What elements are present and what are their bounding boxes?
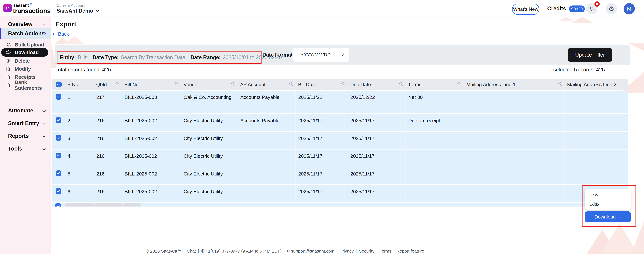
footer-item-chat[interactable]: Chat	[187, 249, 196, 253]
download-option-xlsx[interactable]: .xlsx	[590, 201, 600, 207]
footer-separator: |	[376, 249, 378, 253]
cell-bill-no: BILL-2025-002	[122, 132, 181, 149]
row-checkbox[interactable]	[56, 188, 61, 194]
sidebar-group-smart-entry[interactable]: Smart Entry	[0, 119, 51, 128]
sidebar-item-label: Delete	[15, 58, 30, 64]
brand-logo-icon[interactable]: tr	[3, 4, 12, 13]
search-icon[interactable]	[457, 81, 462, 87]
cell-bill-date: 2025/11/17	[296, 150, 348, 167]
sidebar-item-label: Bulk Upload	[15, 42, 44, 48]
row-select-cell	[52, 114, 65, 131]
table-row-partial	[52, 203, 628, 206]
sidebar-group-reports[interactable]: Reports	[0, 131, 51, 141]
cell-vendor: City Electric Utility	[181, 114, 238, 131]
edit-document-icon	[6, 66, 11, 72]
settings-button[interactable]: ⚙	[606, 3, 617, 15]
cell-qbid: 216	[94, 150, 122, 167]
sidebar-group-batch-actions[interactable]: Batch Actions	[0, 28, 51, 39]
cell-ap-account: Accounts Payable	[238, 91, 296, 113]
search-icon[interactable]	[558, 81, 562, 87]
sidebar-item-bank-statements[interactable]: Bank Statements	[0, 81, 51, 89]
user-avatar[interactable]: M	[624, 3, 635, 15]
cell-vendor: City Electric Utility	[181, 132, 238, 149]
cell-ap-account	[238, 132, 296, 149]
sidebar-item-modify[interactable]: Modify	[0, 65, 51, 73]
chevron-down-icon	[42, 109, 46, 112]
cell-mailing-address-line-2	[564, 150, 628, 167]
date-format-value: YYYY/MM/DD	[300, 52, 331, 58]
footer-item-support-saasant-com[interactable]: support@saasant.com	[291, 249, 334, 253]
footer-item-report-feature[interactable]: Report feature	[396, 249, 424, 253]
row-checkbox[interactable]	[56, 135, 61, 141]
column-header-terms: Terms	[406, 79, 464, 90]
sidebar-item-delete[interactable]: Delete	[0, 57, 51, 65]
cell-bill-date: 2025/11/17	[296, 132, 348, 149]
sidebar: Overview Batch Actions Bulk Upload Downl…	[0, 16, 51, 254]
row-checkbox[interactable]	[56, 94, 61, 100]
date-format-select[interactable]: YYYY/MM/DD	[292, 48, 349, 62]
footer-item-security[interactable]: Security	[359, 249, 374, 253]
table-row: 5216BILL-2025-002City Electric Utility20…	[52, 167, 628, 184]
cell-due-date: 2025/11/17	[348, 167, 406, 184]
download-button[interactable]: Download	[585, 211, 630, 222]
column-label: Bill No	[124, 82, 138, 87]
page-title: Export	[55, 20, 76, 28]
column-label: Vendor	[184, 82, 199, 87]
row-checkbox[interactable]	[56, 117, 61, 123]
cell-mailing-address-line-1	[464, 185, 564, 202]
search-icon[interactable]	[398, 81, 404, 87]
column-header-bill-date: Bill Date	[296, 79, 348, 90]
footer-separator: |	[284, 249, 284, 253]
trash-icon	[6, 58, 11, 64]
decor-triangle	[64, 36, 85, 44]
sidebar-group-label: Overview	[8, 21, 32, 27]
footer: © 2026 SaasAnt™|Chat|✆+1(619) 377-0977 (…	[146, 248, 424, 253]
cell-bill-date: 2025/11/22	[296, 91, 348, 113]
row-checkbox[interactable]	[56, 170, 61, 176]
download-option-csv[interactable]: .csv	[590, 192, 598, 198]
sidebar-group-tools[interactable]: Tools	[0, 144, 51, 153]
row-checkbox[interactable]	[56, 153, 61, 159]
table-row: 6216BILL-2025-002City Electric Utility20…	[52, 185, 628, 202]
sidebar-item-label: Modify	[15, 66, 31, 72]
sidebar-item-bulk-upload[interactable]: Bulk Upload	[0, 41, 51, 49]
row-select-cell	[52, 132, 65, 149]
row-select-cell	[52, 150, 65, 167]
whats-new-button[interactable]: What's New	[512, 4, 539, 15]
search-icon[interactable]	[174, 81, 179, 87]
column-label: Mailing Address Line 1	[466, 82, 516, 87]
cell-mailing-address-line-2	[564, 132, 628, 149]
cell-vendor: Oak & Co. Accounting	[181, 91, 238, 113]
cell-bill-no: BILL-2025-002	[122, 185, 181, 202]
cell-vendor: City Electric Utility	[181, 185, 238, 202]
cell-s-no: 6	[65, 185, 94, 202]
column-header-ap-account: AP Account	[238, 79, 296, 90]
cell-qbid: 216	[94, 185, 122, 202]
brand-accent-tick	[30, 4, 32, 5]
cell-terms	[406, 185, 464, 202]
back-label: Back	[58, 31, 69, 37]
download-button-label: Download	[594, 214, 616, 220]
footer-item-terms[interactable]: Terms	[380, 249, 392, 253]
search-icon[interactable]	[288, 81, 294, 87]
footer-item-privacy[interactable]: Privacy	[340, 249, 354, 253]
current-account-label: Current Account	[56, 3, 86, 8]
cell-s-no: 5	[65, 167, 94, 184]
sidebar-group-overview[interactable]: Overview	[0, 20, 51, 29]
footer-separator: |	[184, 249, 185, 253]
footer-item-1-619-377-0977-9-a-m-to-5-p-m-[interactable]: +1(619) 377-0977 (9 A.M to 5 P.M EST)	[206, 249, 282, 253]
sidebar-item-download[interactable]: Download	[1, 48, 48, 57]
update-filter-button[interactable]: Update Filter	[568, 48, 612, 62]
select-all-checkbox[interactable]	[56, 82, 62, 87]
column-header-due-date: Due Date	[348, 79, 406, 90]
account-switcher[interactable]: SaasAnt Demo	[56, 8, 99, 14]
sidebar-item-label: Download	[15, 50, 39, 55]
row-checkbox[interactable]	[55, 203, 61, 206]
mail-icon: ✉	[286, 249, 290, 253]
back-link[interactable]: Back	[53, 31, 69, 37]
search-icon[interactable]	[231, 81, 236, 87]
search-icon[interactable]	[115, 81, 120, 87]
file-icon	[6, 82, 11, 88]
sidebar-group-automate[interactable]: Automate	[0, 106, 51, 115]
search-icon[interactable]	[341, 81, 346, 87]
